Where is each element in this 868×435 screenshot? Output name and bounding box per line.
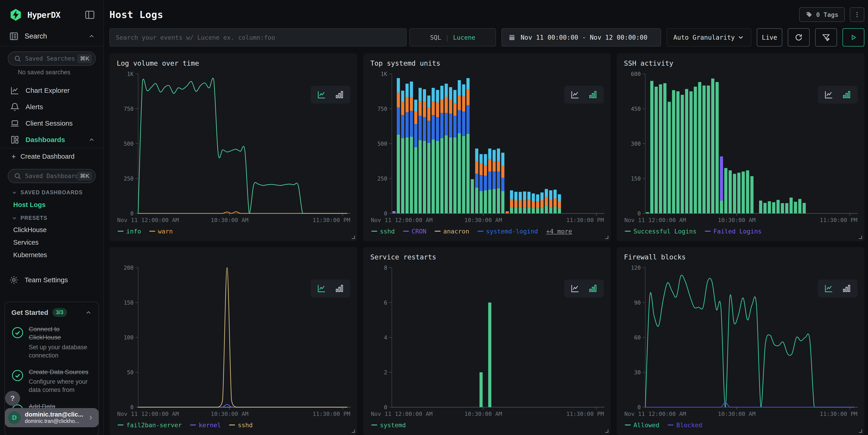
- saved-dashboards-input[interactable]: ⌘K: [8, 169, 96, 183]
- sidebar-item-team-settings[interactable]: Team Settings: [0, 272, 103, 288]
- svg-text:450: 450: [631, 106, 641, 112]
- saved-searches-field[interactable]: [25, 55, 77, 62]
- svg-text:90: 90: [634, 300, 641, 306]
- sidebar-item-label: Alerts: [26, 103, 95, 111]
- get-started-step[interactable]: Create Data Sources Configure where your…: [11, 368, 92, 394]
- get-started-step[interactable]: Connect to ClickHouse Set up your databa…: [11, 325, 92, 360]
- bar-chart-toggle-icon[interactable]: [334, 90, 345, 99]
- line-chart-toggle-icon[interactable]: [316, 284, 327, 293]
- user-menu[interactable]: D dominic.tran@clic... dominic.tran@clic…: [5, 408, 99, 427]
- lucene-option[interactable]: Lucene: [453, 34, 475, 41]
- svg-text:11:30:00 PM: 11:30:00 PM: [312, 411, 350, 417]
- legend-item[interactable]: systemd: [371, 422, 406, 429]
- toolbar: SQL | Lucene Nov 11 00:00:00 - Nov 12 00…: [110, 28, 864, 46]
- resize-handle[interactable]: [352, 430, 355, 433]
- bar-chart-toggle-icon[interactable]: [334, 284, 345, 293]
- divider: [0, 46, 103, 46]
- line-chart-toggle-icon[interactable]: [823, 90, 834, 99]
- query-language-toggle[interactable]: SQL | Lucene: [409, 28, 496, 46]
- legend-item[interactable]: anacron: [435, 228, 469, 235]
- sidebar-item-chart-explorer[interactable]: Chart Explorer: [0, 82, 103, 99]
- legend-item[interactable]: kernel: [190, 422, 221, 429]
- sidebar-item-kubernetes[interactable]: Kubernetes: [13, 251, 103, 259]
- svg-text:10:30:00 AM: 10:30:00 AM: [718, 411, 755, 417]
- bar-chart-toggle-icon[interactable]: [587, 284, 598, 293]
- panel-service-restarts: Service restarts 86420Nov 11 12:00:00 AM…: [363, 247, 611, 435]
- run-query-button[interactable]: [842, 28, 864, 46]
- legend-item[interactable]: Successful Logins: [625, 228, 696, 235]
- progress-badge: 3/3: [53, 308, 67, 317]
- svg-text:2: 2: [384, 369, 387, 376]
- granularity-value: Auto Granularity: [673, 34, 735, 41]
- main-content: Host Logs 0 Tags SQL | Lucene Nov 11 00:: [104, 0, 868, 435]
- legend-item[interactable]: systemd-logind: [477, 228, 538, 235]
- bar-chart-toggle-icon[interactable]: [587, 90, 598, 99]
- legend-item[interactable]: CRON: [403, 228, 427, 235]
- chart-legend: Successful LoginsFailed Logins: [622, 224, 859, 238]
- svg-text:11:30:00 PM: 11:30:00 PM: [820, 217, 858, 223]
- get-started-header[interactable]: Get Started 3/3: [11, 308, 92, 317]
- bar-chart-toggle-icon[interactable]: [841, 90, 852, 99]
- page-title: Host Logs: [110, 9, 799, 20]
- legend-item[interactable]: warn: [149, 228, 173, 235]
- live-button[interactable]: Live: [757, 28, 782, 46]
- saved-searches-input[interactable]: ⌘K: [8, 52, 96, 66]
- dashboard-grid: Log volume over time 1K7505002500Nov 11 …: [110, 53, 864, 435]
- legend-item[interactable]: fail2ban-server: [118, 422, 182, 429]
- legend-item[interactable]: Allowed: [625, 422, 659, 429]
- legend-more-link[interactable]: +4 more: [546, 228, 572, 235]
- sidebar-item-clickhouse[interactable]: ClickHouse: [13, 226, 103, 234]
- resize-handle[interactable]: [352, 236, 355, 239]
- saved-dashboards-field[interactable]: [25, 173, 77, 180]
- more-options-button[interactable]: [850, 7, 864, 22]
- sidebar-item-label: Search: [25, 32, 88, 40]
- step-title: Connect to ClickHouse: [29, 325, 92, 342]
- chart-legend: systemd: [369, 418, 605, 432]
- resize-handle[interactable]: [605, 430, 609, 433]
- svg-text:Nov 11 12:00:00 AM: Nov 11 12:00:00 AM: [371, 217, 433, 223]
- search-group: SQL | Lucene: [110, 28, 496, 46]
- help-button[interactable]: ?: [5, 391, 20, 406]
- calendar-icon: [508, 34, 516, 41]
- saved-dashboards-section-header[interactable]: SAVED DASHBOARDS: [11, 189, 103, 196]
- step-title: Create Data Sources: [29, 368, 92, 376]
- legend-item[interactable]: Blocked: [668, 422, 702, 429]
- presets-section-header[interactable]: PRESETS: [11, 215, 103, 221]
- search-icon: [14, 55, 22, 62]
- time-range-picker[interactable]: Nov 11 00:00:00 - Nov 12 00:00:00: [501, 28, 661, 46]
- legend-item[interactable]: info: [118, 228, 141, 235]
- sidebar-collapse-icon[interactable]: [84, 9, 95, 20]
- refresh-button[interactable]: [788, 28, 810, 46]
- legend-item[interactable]: sshd: [371, 228, 395, 235]
- svg-text:750: 750: [124, 106, 133, 112]
- sidebar-item-search[interactable]: Search: [0, 28, 103, 46]
- panel-ssh-activity: SSH activity 6004503001500Nov 11 12:00:0…: [617, 53, 864, 241]
- tags-button[interactable]: 0 Tags: [799, 7, 845, 22]
- search-input[interactable]: [110, 28, 407, 46]
- app-title: HyperDX: [27, 10, 84, 20]
- sidebar-item-host-logs[interactable]: Host Logs: [13, 201, 103, 209]
- sidebar-item-dashboards[interactable]: Dashboards: [0, 131, 103, 148]
- chevron-down-icon: [737, 34, 744, 41]
- chevron-up-icon: [88, 33, 95, 40]
- filter-button[interactable]: [815, 28, 837, 46]
- sidebar-item-services[interactable]: Services: [13, 239, 103, 246]
- legend-item[interactable]: sshd: [229, 422, 253, 429]
- sidebar-item-client-sessions[interactable]: Client Sessions: [0, 115, 103, 131]
- chart-type-toggle: [818, 280, 858, 297]
- sidebar-item-alerts[interactable]: Alerts: [0, 99, 103, 115]
- line-chart-toggle-icon[interactable]: [316, 90, 327, 99]
- legend-item[interactable]: Failed Logins: [705, 228, 762, 235]
- line-chart-toggle-icon[interactable]: [569, 284, 581, 293]
- laptop-icon: [10, 119, 20, 128]
- line-chart-toggle-icon[interactable]: [823, 284, 834, 293]
- line-chart-toggle-icon[interactable]: [569, 90, 581, 99]
- resize-handle[interactable]: [605, 236, 609, 239]
- granularity-select[interactable]: Auto Granularity: [666, 28, 751, 46]
- create-dashboard-button[interactable]: + Create Dashboard: [0, 148, 103, 164]
- bar-chart-toggle-icon[interactable]: [841, 284, 852, 293]
- resize-handle[interactable]: [859, 236, 862, 239]
- sql-option[interactable]: SQL: [430, 34, 441, 41]
- resize-handle[interactable]: [859, 430, 862, 433]
- search-section-icon: [9, 31, 19, 41]
